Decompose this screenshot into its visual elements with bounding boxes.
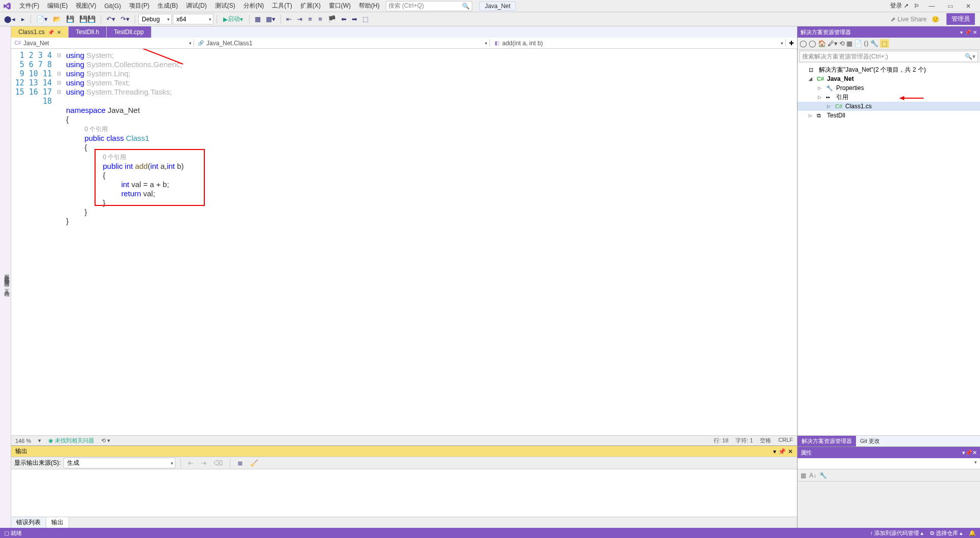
menu-project[interactable]: 项目(P) [125, 1, 154, 11]
properties-object-combo[interactable] [798, 458, 980, 469]
indent-less-icon[interactable]: ⇤ [284, 14, 294, 24]
menu-window[interactable]: 窗口(W) [325, 1, 355, 11]
home-icon[interactable]: 🏠 [818, 40, 826, 47]
code-content[interactable]: using System; using System.Collections.G… [66, 49, 797, 435]
close-icon[interactable]: ✕ [57, 29, 61, 35]
output-body[interactable] [11, 469, 797, 517]
tab-error-list[interactable]: 错误列表 [11, 517, 46, 528]
uncomment-icon[interactable]: ≡ [316, 14, 325, 24]
new-file-icon[interactable]: 📄▾ [34, 14, 50, 24]
view-icon[interactable]: ⬚ [880, 39, 889, 48]
side-tab-git[interactable]: Git 更改 [856, 436, 884, 446]
tree-testdll[interactable]: ▷⧉TestDll [798, 111, 980, 120]
sync-icon[interactable]: 🖉▾ [828, 40, 838, 47]
output-source-combo[interactable]: 生成 [64, 458, 175, 468]
tb-arrow-left-icon[interactable]: ⬅ [339, 14, 349, 24]
menu-build[interactable]: 生成(B) [154, 1, 182, 11]
show-all-icon[interactable]: 📄 [854, 40, 862, 47]
back-icon[interactable]: ◯ [800, 40, 807, 47]
code-editor[interactable]: 1 2 3 4 5 6 7 8 9 10 11 12 13 14 15 16 1… [11, 49, 797, 435]
undo-icon[interactable]: ↶▾ [104, 14, 117, 24]
minimize-button[interactable]: — [925, 1, 938, 11]
pin-icon[interactable]: 📌 [965, 29, 971, 35]
close-icon[interactable]: ✕ [972, 450, 977, 456]
menu-extensions[interactable]: 扩展(X) [296, 1, 325, 11]
menu-file[interactable]: 文件(F) [15, 1, 43, 11]
out-prev-icon[interactable]: ⇤ [186, 458, 196, 468]
dropdown-icon[interactable]: ▾ [960, 29, 963, 35]
out-next-icon[interactable]: ⇥ [199, 458, 208, 468]
tree-references[interactable]: ▷▪▪引用 [798, 93, 980, 102]
solution-tree[interactable]: ⊡解决方案"Java_Net"(2 个项目，共 2 个) ◢C#Java_Net… [798, 63, 980, 435]
menu-tools[interactable]: 工具(T) [268, 1, 296, 11]
server-explorer-tab[interactable]: 服务器资源管理器 工具箱 [0, 26, 11, 528]
close-icon[interactable]: ✕ [973, 29, 977, 35]
side-tab-solution[interactable]: 解决方案资源管理器 [798, 436, 856, 446]
tab-class1[interactable]: Class1.cs📌✕ [11, 26, 69, 38]
props-wrench-icon[interactable]: 🔧 [819, 472, 827, 479]
menu-help[interactable]: 帮助(H) [355, 1, 384, 11]
live-share-button[interactable]: ⬈ Live Share [891, 16, 927, 23]
context-method[interactable]: ◧add(int a, int b) [490, 40, 786, 47]
menu-debug[interactable]: 调试(D) [182, 1, 211, 11]
menu-analyze[interactable]: 分析(N) [239, 1, 268, 11]
nav-icon[interactable]: ⟲ ▾ [101, 437, 110, 444]
status-eol[interactable]: CRLF [778, 437, 793, 444]
categorized-icon[interactable]: ▦ [801, 472, 806, 479]
pin-icon[interactable]: 📌 [965, 450, 972, 456]
menu-test[interactable]: 测试(S) [211, 1, 239, 11]
indent-more-icon[interactable]: ⇥ [295, 14, 304, 24]
maximize-button[interactable]: ▭ [943, 1, 957, 11]
split-icon[interactable]: ✚ [786, 40, 797, 47]
alpha-icon[interactable]: A↓ [809, 472, 816, 479]
tab-testdllh[interactable]: TestDll.h [69, 26, 107, 38]
project-name-button[interactable]: Java_Net [479, 2, 516, 11]
platform-combo[interactable]: x64 [173, 14, 213, 24]
tb-extra-icon[interactable]: ⬚ [360, 14, 371, 24]
status-source-control[interactable]: ↑ 添加到源代码管理 ▴ [870, 530, 924, 536]
menu-edit[interactable]: 编辑(E) [43, 1, 72, 11]
bookmark-icon[interactable]: 🏴 [326, 14, 338, 24]
login-button[interactable]: 登录 ➚ [890, 2, 909, 10]
context-project[interactable]: C#Java_Net [11, 40, 194, 47]
tree-project[interactable]: ◢C#Java_Net [798, 74, 980, 83]
tab-testdllcpp[interactable]: TestDll.cpp [107, 26, 151, 38]
solution-search-input[interactable]: 搜索解决方案资源管理器(Ctrl+;)🔍▾ [800, 51, 978, 62]
status-spaces[interactable]: 空格 [760, 437, 771, 444]
status-repo[interactable]: ⧉ 选择仓库 ▴ [930, 530, 963, 536]
pin-icon[interactable]: 📌 [778, 448, 786, 455]
fwd-icon[interactable]: ◯ [809, 40, 816, 47]
feedback-icon[interactable]: 🙂 [932, 16, 939, 23]
tb-arrow-right-icon[interactable]: ➡ [350, 14, 359, 24]
comment-icon[interactable]: ≡ [305, 14, 315, 24]
close-button[interactable]: ✕ [962, 1, 975, 11]
notifications-icon[interactable]: 🏳 [914, 3, 920, 10]
tree-class1[interactable]: ▷C#Class1.cs [798, 102, 980, 111]
context-class[interactable]: 🔗Java_Net.Class1 [194, 40, 490, 47]
out-wrap-icon[interactable]: ≣ [235, 458, 245, 468]
refresh-icon[interactable]: ⟲ [839, 40, 845, 47]
nav-back-icon[interactable]: ⬤◂ [2, 14, 17, 24]
search-input[interactable]: 搜索 (Ctrl+Q) 🔍 [386, 1, 472, 11]
tb-icon-2[interactable]: ▦▾ [264, 14, 278, 24]
fold-column[interactable]: ⊟ ⊟ ⊟ ⊟ [57, 49, 66, 435]
menu-git[interactable]: Git(G) [100, 2, 125, 11]
properties-icon[interactable]: ⟨⟩ [864, 40, 869, 47]
pin-icon[interactable]: 📌 [48, 29, 54, 35]
status-bell-icon[interactable]: 🔔 [969, 530, 976, 536]
nav-fwd-icon[interactable]: ▸ [18, 14, 27, 24]
start-debug-button[interactable]: ▶ 启动 ▾ [220, 14, 246, 24]
dropdown-icon[interactable]: ▾ [773, 448, 776, 455]
no-issues-icon[interactable]: ◉ 未找到相关问题 [48, 437, 94, 444]
close-icon[interactable]: ✕ [788, 448, 793, 455]
zoom-level[interactable]: 146 % [15, 438, 31, 444]
config-combo[interactable]: Debug [138, 14, 172, 24]
tab-output[interactable]: 输出 [46, 517, 69, 528]
out-clear2-icon[interactable]: 🧹 [248, 458, 260, 468]
tree-properties[interactable]: ▷🔧Properties [798, 83, 980, 93]
collapse-icon[interactable]: ▦ [846, 40, 852, 47]
tree-solution[interactable]: ⊡解决方案"Java_Net"(2 个项目，共 2 个) [798, 65, 980, 74]
admin-button[interactable]: 管理员 [946, 13, 975, 25]
open-icon[interactable]: 📂 [51, 14, 63, 24]
save-icon[interactable]: 💾 [64, 14, 76, 24]
